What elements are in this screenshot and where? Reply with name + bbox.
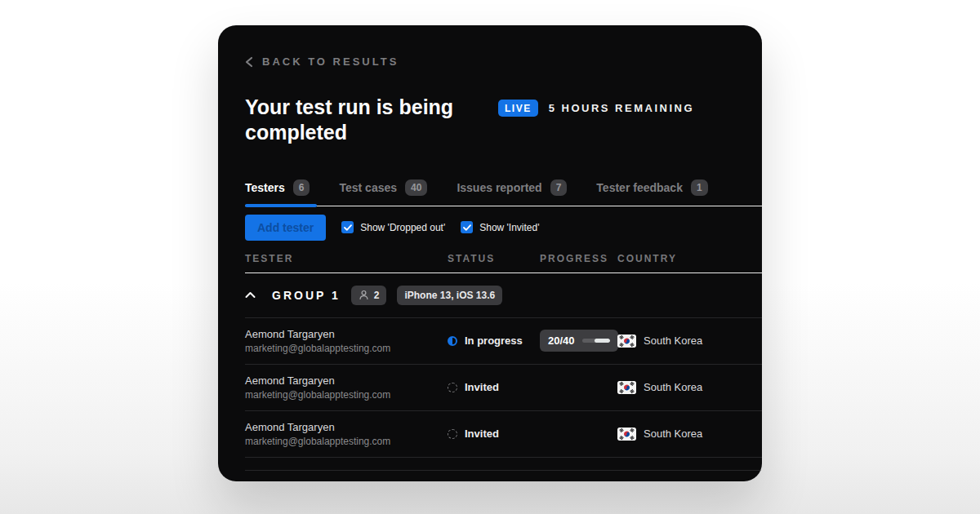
- next-row-partial: [245, 458, 762, 471]
- tab-count-badge: 7: [550, 179, 568, 196]
- checkbox-label: Show 'Dropped out': [360, 222, 445, 233]
- group-device-badge: iPhone 13, iOS 13.6: [397, 286, 502, 305]
- tab-count-badge: 40: [405, 179, 427, 196]
- status-cell: Invited: [448, 381, 540, 393]
- in-progress-icon: [448, 336, 457, 346]
- group-tester-count: 2: [374, 290, 380, 301]
- progress-cell: 20/40: [540, 330, 617, 352]
- progress-value: 20/40: [548, 335, 575, 347]
- south-korea-flag-icon: [617, 381, 636, 394]
- invited-icon: [448, 383, 457, 392]
- country-label: South Korea: [644, 335, 702, 347]
- table-row[interactable]: Aemond Targaryen marketing@globalapptest…: [245, 411, 762, 458]
- progress-badge: 20/40: [540, 330, 618, 352]
- column-header-country: COUNTRY: [617, 253, 762, 264]
- tab-issues-reported[interactable]: Issues reported 7: [457, 179, 567, 206]
- country-cell: South Korea: [617, 381, 762, 394]
- checkbox-checked-icon: [461, 221, 473, 233]
- checkbox-label: Show 'Invited': [479, 222, 539, 233]
- south-korea-flag-icon: [617, 428, 636, 441]
- add-tester-button[interactable]: Add tester: [245, 215, 326, 241]
- tab-label: Issues reported: [457, 181, 541, 194]
- tab-label: Test cases: [339, 181, 397, 194]
- tester-cell: Aemond Targaryen marketing@globalapptest…: [245, 421, 448, 447]
- back-link-label: BACK TO RESULTS: [262, 55, 399, 68]
- chevron-left-icon: [245, 56, 253, 68]
- status-cell: Invited: [448, 428, 540, 440]
- show-dropped-out-checkbox[interactable]: Show 'Dropped out': [341, 221, 445, 233]
- country-cell: South Korea: [617, 335, 762, 348]
- time-remaining: 5 HOURS REMAINING: [549, 102, 694, 114]
- country-label: South Korea: [644, 381, 702, 393]
- status-label: In progress: [465, 335, 523, 347]
- column-header-status: STATUS: [448, 253, 540, 264]
- tab-bar: Testers 6 Test cases 40 Issues reported …: [245, 179, 762, 206]
- chevron-up-icon[interactable]: [245, 291, 261, 299]
- country-label: South Korea: [644, 428, 702, 440]
- tester-email: marketing@globalapptesting.com: [245, 436, 448, 447]
- status-label: Invited: [465, 428, 499, 440]
- group-name: GROUP 1: [272, 289, 341, 302]
- tab-count-badge: 6: [293, 179, 310, 196]
- group-tester-count-badge: 2: [351, 286, 387, 305]
- progress-bar: [582, 339, 610, 343]
- tab-count-badge: 1: [691, 179, 708, 196]
- status-cell: In progress: [448, 335, 540, 347]
- live-badge: LIVE: [498, 100, 538, 117]
- tester-cell: Aemond Targaryen marketing@globalapptest…: [245, 328, 448, 354]
- tester-name: Aemond Targaryen: [245, 374, 448, 387]
- live-status: LIVE 5 HOURS REMAINING: [498, 100, 694, 117]
- table-header: TESTER STATUS PROGRESS COUNTRY: [245, 253, 762, 273]
- show-invited-checkbox[interactable]: Show 'Invited': [461, 221, 539, 233]
- back-to-results-link[interactable]: BACK TO RESULTS: [245, 55, 399, 68]
- tab-testers[interactable]: Testers 6: [245, 179, 310, 206]
- checkbox-checked-icon: [341, 221, 354, 233]
- south-korea-flag-icon: [617, 335, 636, 348]
- status-label: Invited: [465, 381, 499, 393]
- table-row[interactable]: Aemond Targaryen marketing@globalapptest…: [245, 365, 762, 411]
- country-cell: South Korea: [617, 428, 762, 441]
- group-row[interactable]: GROUP 1 2 iPhone 13, iOS 13.6: [245, 273, 762, 318]
- tab-tester-feedback[interactable]: Tester feedback 1: [596, 179, 707, 206]
- tester-name: Aemond Targaryen: [245, 328, 448, 340]
- tab-test-cases[interactable]: Test cases 40: [339, 179, 427, 206]
- invited-icon: [448, 429, 457, 439]
- tab-label: Testers: [245, 181, 285, 194]
- tester-email: marketing@globalapptesting.com: [245, 343, 448, 354]
- tester-name: Aemond Targaryen: [245, 421, 448, 433]
- page-title: Your test run is beingcompleted: [245, 95, 453, 145]
- person-icon: [359, 290, 369, 300]
- column-header-tester: TESTER: [245, 253, 448, 264]
- test-run-card: BACK TO RESULTS Your test run is beingco…: [218, 25, 762, 481]
- table-row[interactable]: Aemond Targaryen marketing@globalapptest…: [245, 318, 762, 365]
- tester-email: marketing@globalapptesting.com: [245, 389, 448, 401]
- column-header-progress: PROGRESS: [540, 253, 617, 264]
- tab-label: Tester feedback: [596, 181, 683, 194]
- tester-cell: Aemond Targaryen marketing@globalapptest…: [245, 374, 448, 401]
